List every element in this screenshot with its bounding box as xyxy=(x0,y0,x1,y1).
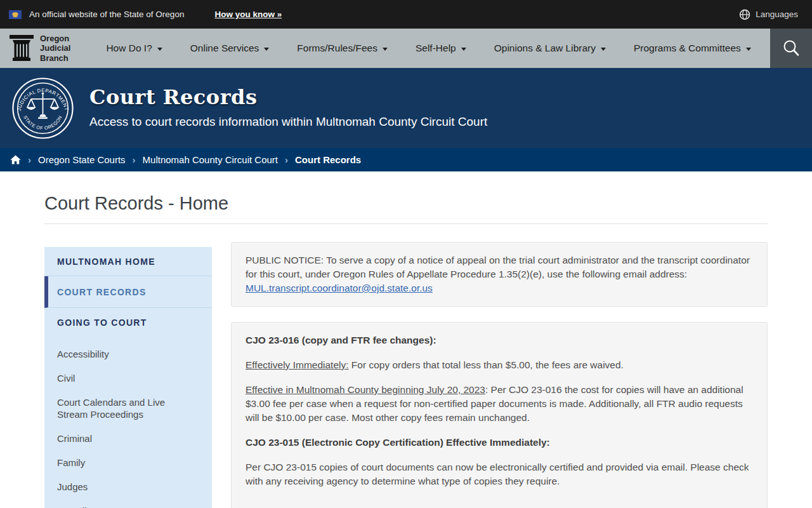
logo-line-2: Judicial xyxy=(40,43,70,53)
cjo-23-015-paragraph: Per CJO 23-015 copies of court documents… xyxy=(246,460,753,488)
chevron-right-icon: › xyxy=(28,154,31,165)
logo-line-1: Oregon xyxy=(40,34,69,43)
transcript-coordinator-email-link[interactable]: MUL.transcript.coordinator@ojd.state.or.… xyxy=(246,283,433,293)
state-seal: JUDICIAL DEPARTMENT STATE OF OREGON xyxy=(12,77,74,139)
nav-item-label: Online Services xyxy=(190,43,259,54)
nav-item-label: Opinions & Law Library xyxy=(494,43,596,54)
nav-item-label: Forms/Rules/Fees xyxy=(297,43,377,54)
sidebar-link-juvenile[interactable]: Juvenile xyxy=(44,499,212,508)
nav-item-label: Self-Help xyxy=(416,43,456,54)
chevron-down-icon xyxy=(157,48,162,51)
breadcrumb-multnomah-county-circuit-court[interactable]: Multnomah County Circuit Court xyxy=(143,154,278,165)
sidebar-item-court-records[interactable]: COURT RECORDS xyxy=(44,276,212,308)
main-navbar: Oregon Judicial Branch How Do I? Online … xyxy=(0,29,812,68)
nav-item-label: Programs & Committees xyxy=(634,43,741,54)
page-subtitle: Access to court records information with… xyxy=(89,115,487,129)
languages-button[interactable]: Languages xyxy=(739,9,798,20)
nav-item-online-services[interactable]: Online Services xyxy=(190,43,270,54)
hero-text: Court Records Access to court records in… xyxy=(89,85,487,129)
chevron-down-icon xyxy=(601,48,606,51)
sidebar-link-court-calendars[interactable]: Court Calendars and Live Stream Proceedi… xyxy=(44,391,212,427)
cjo-23-016-heading: CJO 23-016 (copy and FTR fee changes): xyxy=(246,333,753,347)
nav-item-how-do-i[interactable]: How Do I? xyxy=(106,43,162,54)
effectively-immediately-label: Effectively Immediately: xyxy=(246,359,349,370)
title-divider xyxy=(44,224,768,224)
search-icon xyxy=(782,39,801,58)
sidebar-link-judges[interactable]: Judges xyxy=(44,475,212,499)
effective-july-label: Effective in Multnomah County beginning … xyxy=(246,384,485,395)
ojb-logo[interactable]: Oregon Judicial Branch xyxy=(9,34,70,63)
search-button[interactable] xyxy=(770,29,812,68)
languages-label: Languages xyxy=(756,10,798,19)
chevron-down-icon xyxy=(264,48,269,51)
nav-item-self-help[interactable]: Self-Help xyxy=(416,43,466,54)
sidebar-link-family[interactable]: Family xyxy=(44,451,212,475)
globe-icon xyxy=(739,9,750,20)
chevron-right-icon: › xyxy=(133,154,136,165)
sidebar-link-criminal[interactable]: Criminal xyxy=(44,427,212,451)
nav-item-programs-committees[interactable]: Programs & Committees xyxy=(634,43,751,54)
sidebar-link-list: Accessibility Civil Court Calendars and … xyxy=(44,337,212,508)
content-column: PUBLIC NOTICE: To serve a copy of a noti… xyxy=(231,242,768,508)
breadcrumb: › Oregon State Courts › Multnomah County… xyxy=(0,148,812,171)
page-title: Court Records - Home xyxy=(44,193,768,214)
sidebar-link-civil[interactable]: Civil xyxy=(44,366,212,391)
breadcrumb-home-link[interactable] xyxy=(10,155,21,164)
official-banner: An official website of the State of Oreg… xyxy=(0,0,812,29)
how-you-know-link[interactable]: How you know » xyxy=(214,10,282,19)
logo-text: Oregon Judicial Branch xyxy=(40,34,70,63)
nav-item-opinions-law-library[interactable]: Opinions & Law Library xyxy=(494,43,606,54)
sidebar-item-multnomah-home[interactable]: MULTNOMAH HOME xyxy=(44,247,212,276)
breadcrumb-oregon-state-courts[interactable]: Oregon State Courts xyxy=(38,154,126,165)
nav-item-forms-rules-fees[interactable]: Forms/Rules/Fees xyxy=(297,43,388,54)
cjo-effective-immediately-paragraph: Effectively Immediately: For copy orders… xyxy=(246,358,753,372)
effectively-immediately-text: For copy orders that total less than $5.… xyxy=(349,359,624,370)
sidebar-nav: MULTNOMAH HOME COURT RECORDS GOING TO CO… xyxy=(44,247,212,508)
home-icon xyxy=(10,155,21,164)
breadcrumb-current: Court Records xyxy=(295,154,361,165)
official-website-text: An official website of the State of Oreg… xyxy=(29,10,184,19)
chevron-right-icon: › xyxy=(285,154,288,165)
nav-item-label: How Do I? xyxy=(106,43,152,54)
page-header-band: JUDICIAL DEPARTMENT STATE OF OREGON Cour… xyxy=(0,68,812,148)
public-notice-box: PUBLIC NOTICE: To serve a copy of a noti… xyxy=(231,242,768,307)
pillar-icon xyxy=(9,34,34,63)
oregon-flag-icon xyxy=(9,10,22,19)
nav-menu: How Do I? Online Services Forms/Rules/Fe… xyxy=(106,43,750,54)
chevron-down-icon xyxy=(383,48,388,51)
chevron-down-icon xyxy=(461,48,466,51)
public-notice-text: PUBLIC NOTICE: To serve a copy of a noti… xyxy=(246,255,750,279)
sidebar-item-going-to-court[interactable]: GOING TO COURT xyxy=(44,308,212,337)
cjo-23-015-heading: CJO 23-015 (Electronic Copy Certificatio… xyxy=(246,436,753,450)
logo-line-3: Branch xyxy=(40,53,69,63)
main-content: Court Records - Home MULTNOMAH HOME COUR… xyxy=(0,193,812,508)
cjo-notice-box: CJO 23-016 (copy and FTR fee changes): E… xyxy=(231,322,768,508)
sidebar-link-accessibility[interactable]: Accessibility xyxy=(44,342,212,366)
cjo-july-2023-paragraph: Effective in Multnomah County beginning … xyxy=(246,383,753,425)
chevron-down-icon xyxy=(746,48,751,51)
page-title-banner: Court Records xyxy=(89,85,487,109)
